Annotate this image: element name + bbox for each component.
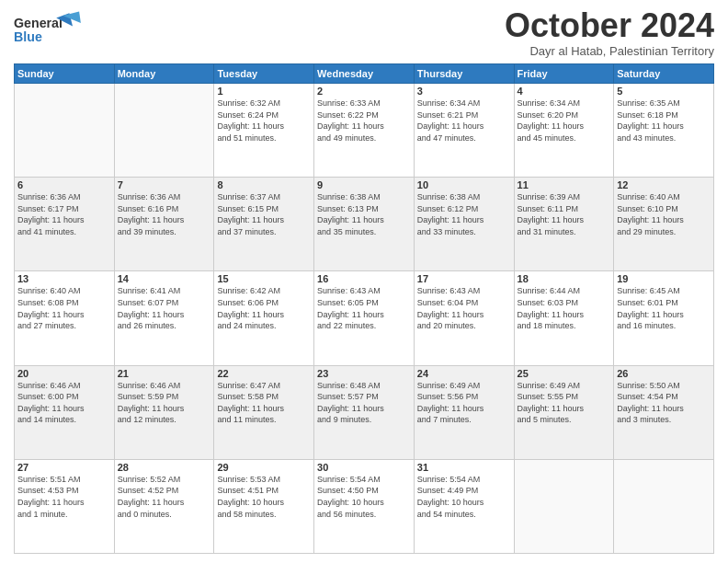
table-row: 26Sunrise: 5:50 AM Sunset: 4:54 PM Dayli… [614, 365, 714, 459]
table-row: 12Sunrise: 6:40 AM Sunset: 6:10 PM Dayli… [614, 178, 714, 271]
day-number: 29 [217, 462, 311, 473]
day-info: Sunrise: 6:47 AM Sunset: 5:58 PM Dayligh… [217, 380, 311, 426]
col-wednesday: Wednesday [314, 64, 415, 84]
day-number: 20 [17, 368, 111, 379]
table-row: 13Sunrise: 6:40 AM Sunset: 6:08 PM Dayli… [15, 271, 115, 365]
day-number: 16 [317, 273, 411, 284]
day-number: 26 [617, 368, 711, 379]
day-number: 19 [617, 273, 711, 284]
day-number: 23 [317, 368, 411, 379]
day-number: 31 [417, 462, 511, 473]
header-row: Sunday Monday Tuesday Wednesday Thursday… [15, 64, 714, 84]
table-row: 3Sunrise: 6:34 AM Sunset: 6:21 PM Daylig… [414, 84, 514, 178]
table-row: 11Sunrise: 6:39 AM Sunset: 6:11 PM Dayli… [514, 178, 614, 271]
table-row: 10Sunrise: 6:38 AM Sunset: 6:12 PM Dayli… [414, 178, 514, 271]
table-row: 9Sunrise: 6:38 AM Sunset: 6:13 PM Daylig… [314, 178, 415, 271]
day-info: Sunrise: 5:54 AM Sunset: 4:49 PM Dayligh… [417, 474, 511, 520]
table-row: 1Sunrise: 6:32 AM Sunset: 6:24 PM Daylig… [214, 84, 314, 178]
table-row: 15Sunrise: 6:42 AM Sunset: 6:06 PM Dayli… [214, 271, 314, 365]
day-number: 24 [417, 368, 511, 379]
day-info: Sunrise: 5:50 AM Sunset: 4:54 PM Dayligh… [617, 380, 711, 426]
day-number: 12 [617, 179, 711, 190]
day-info: Sunrise: 6:49 AM Sunset: 5:56 PM Dayligh… [417, 380, 511, 426]
day-number: 4 [518, 86, 611, 97]
logo: General Blue [14, 9, 87, 54]
table-row: 16Sunrise: 6:43 AM Sunset: 6:05 PM Dayli… [314, 271, 415, 365]
day-number: 11 [518, 179, 611, 190]
table-row: 24Sunrise: 6:49 AM Sunset: 5:56 PM Dayli… [414, 365, 514, 459]
day-number: 7 [118, 179, 211, 190]
day-number: 13 [17, 273, 111, 284]
day-number: 30 [317, 462, 411, 473]
day-info: Sunrise: 5:54 AM Sunset: 4:50 PM Dayligh… [317, 474, 411, 520]
day-number: 15 [217, 273, 311, 284]
table-row [114, 84, 214, 178]
table-row: 14Sunrise: 6:41 AM Sunset: 6:07 PM Dayli… [114, 271, 214, 365]
day-info: Sunrise: 6:46 AM Sunset: 5:59 PM Dayligh… [118, 380, 211, 426]
day-info: Sunrise: 6:37 AM Sunset: 6:15 PM Dayligh… [217, 191, 311, 237]
day-info: Sunrise: 6:34 AM Sunset: 6:21 PM Dayligh… [417, 98, 511, 144]
day-number: 22 [217, 368, 311, 379]
col-monday: Monday [114, 64, 214, 84]
day-info: Sunrise: 6:40 AM Sunset: 6:10 PM Dayligh… [617, 191, 711, 237]
table-row: 25Sunrise: 6:49 AM Sunset: 5:55 PM Dayli… [514, 365, 614, 459]
day-number: 10 [417, 179, 511, 190]
table-row: 8Sunrise: 6:37 AM Sunset: 6:15 PM Daylig… [214, 178, 314, 271]
col-friday: Friday [514, 64, 614, 84]
logo-svg: General Blue [14, 9, 87, 51]
day-info: Sunrise: 6:41 AM Sunset: 6:07 PM Dayligh… [118, 285, 211, 331]
table-row: 20Sunrise: 6:46 AM Sunset: 6:00 PM Dayli… [15, 365, 115, 459]
table-row: 21Sunrise: 6:46 AM Sunset: 5:59 PM Dayli… [114, 365, 214, 459]
month-title: October 2024 [505, 9, 714, 42]
day-number: 18 [518, 273, 611, 284]
day-number: 5 [617, 86, 711, 97]
day-info: Sunrise: 6:48 AM Sunset: 5:57 PM Dayligh… [317, 380, 411, 426]
day-info: Sunrise: 6:43 AM Sunset: 6:05 PM Dayligh… [317, 285, 411, 331]
day-info: Sunrise: 6:33 AM Sunset: 6:22 PM Dayligh… [317, 98, 411, 144]
day-info: Sunrise: 6:36 AM Sunset: 6:17 PM Dayligh… [17, 191, 111, 237]
day-number: 28 [118, 462, 211, 473]
location-subtitle: Dayr al Hatab, Palestinian Territory [505, 44, 714, 58]
day-number: 3 [417, 86, 511, 97]
day-info: Sunrise: 5:52 AM Sunset: 4:52 PM Dayligh… [118, 474, 211, 520]
col-tuesday: Tuesday [214, 64, 314, 84]
table-row: 7Sunrise: 6:36 AM Sunset: 6:16 PM Daylig… [114, 178, 214, 271]
day-info: Sunrise: 6:44 AM Sunset: 6:03 PM Dayligh… [518, 285, 611, 331]
col-sunday: Sunday [15, 64, 115, 84]
day-number: 1 [217, 86, 311, 97]
table-row [614, 459, 714, 553]
day-info: Sunrise: 6:38 AM Sunset: 6:12 PM Dayligh… [417, 191, 511, 237]
day-info: Sunrise: 6:39 AM Sunset: 6:11 PM Dayligh… [518, 191, 611, 237]
table-row: 17Sunrise: 6:43 AM Sunset: 6:04 PM Dayli… [414, 271, 514, 365]
day-info: Sunrise: 6:32 AM Sunset: 6:24 PM Dayligh… [217, 98, 311, 144]
table-row: 29Sunrise: 5:53 AM Sunset: 4:51 PM Dayli… [214, 459, 314, 553]
table-row: 2Sunrise: 6:33 AM Sunset: 6:22 PM Daylig… [314, 84, 415, 178]
day-number: 27 [17, 462, 111, 473]
page: General Blue October 2024 Dayr al Hatab,… [0, 0, 728, 563]
day-number: 6 [17, 179, 111, 190]
table-row: 5Sunrise: 6:35 AM Sunset: 6:18 PM Daylig… [614, 84, 714, 178]
table-row: 4Sunrise: 6:34 AM Sunset: 6:20 PM Daylig… [514, 84, 614, 178]
calendar-table: Sunday Monday Tuesday Wednesday Thursday… [14, 63, 714, 554]
day-number: 21 [118, 368, 211, 379]
table-row: 19Sunrise: 6:45 AM Sunset: 6:01 PM Dayli… [614, 271, 714, 365]
day-info: Sunrise: 6:36 AM Sunset: 6:16 PM Dayligh… [118, 191, 211, 237]
day-number: 17 [417, 273, 511, 284]
table-row: 22Sunrise: 6:47 AM Sunset: 5:58 PM Dayli… [214, 365, 314, 459]
day-info: Sunrise: 5:53 AM Sunset: 4:51 PM Dayligh… [217, 474, 311, 520]
day-info: Sunrise: 6:40 AM Sunset: 6:08 PM Dayligh… [17, 285, 111, 331]
day-number: 14 [118, 273, 211, 284]
day-info: Sunrise: 6:35 AM Sunset: 6:18 PM Dayligh… [617, 98, 711, 144]
table-row [514, 459, 614, 553]
svg-text:Blue: Blue [14, 29, 42, 44]
table-row: 23Sunrise: 6:48 AM Sunset: 5:57 PM Dayli… [314, 365, 415, 459]
day-info: Sunrise: 6:42 AM Sunset: 6:06 PM Dayligh… [217, 285, 311, 331]
day-info: Sunrise: 6:46 AM Sunset: 6:00 PM Dayligh… [17, 380, 111, 426]
day-info: Sunrise: 6:49 AM Sunset: 5:55 PM Dayligh… [518, 380, 611, 426]
week-row: 20Sunrise: 6:46 AM Sunset: 6:00 PM Dayli… [15, 365, 714, 459]
day-number: 2 [317, 86, 411, 97]
week-row: 6Sunrise: 6:36 AM Sunset: 6:17 PM Daylig… [15, 178, 714, 271]
col-saturday: Saturday [614, 64, 714, 84]
day-info: Sunrise: 6:45 AM Sunset: 6:01 PM Dayligh… [617, 285, 711, 331]
table-row: 28Sunrise: 5:52 AM Sunset: 4:52 PM Dayli… [114, 459, 214, 553]
